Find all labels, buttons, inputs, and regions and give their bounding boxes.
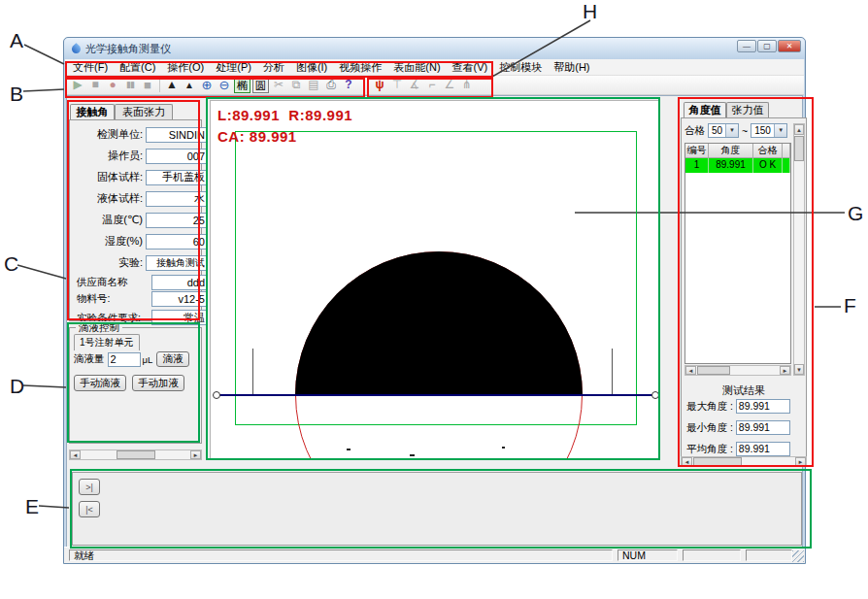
menu-image[interactable]: 图像(I) (290, 59, 333, 76)
baseline[interactable] (217, 394, 655, 396)
left-hscrollbar[interactable]: ◄ ► (69, 449, 202, 460)
experiment-field[interactable] (146, 255, 208, 271)
scroll-right-icon[interactable]: ► (780, 366, 790, 375)
scroll-right-icon[interactable]: ► (190, 450, 201, 459)
humidity-field[interactable] (146, 234, 208, 250)
col-header-qualified[interactable]: 合格 (753, 144, 783, 158)
help-icon[interactable]: ? (340, 77, 357, 93)
tilt-stage-icon-2[interactable]: ∡ (406, 77, 423, 93)
col-header-id[interactable]: 编号 (685, 144, 709, 158)
resize-grip[interactable] (792, 550, 804, 562)
zoom-out-icon[interactable]: ⊖ (216, 77, 233, 93)
fit-ellipse-button[interactable]: 椭 (234, 77, 250, 93)
pause-icon[interactable]: ▮▮ (121, 77, 139, 93)
manual-drop-button[interactable]: 手动滴液 (74, 375, 126, 391)
close-button[interactable]: ✕ (778, 40, 801, 52)
menu-operate[interactable]: 操作(O) (161, 59, 210, 76)
scroll-left-icon[interactable]: ◄ (682, 457, 692, 466)
max-angle-combo[interactable]: 150▼ (751, 123, 787, 138)
bottom-log-panel: >| |< (72, 472, 802, 546)
play-icon[interactable]: ▶ (69, 77, 86, 93)
min-angle-value: 89.991 (736, 420, 790, 435)
menu-file[interactable]: 文件(F) (67, 59, 114, 76)
record-icon[interactable]: ● (104, 77, 121, 93)
supplier-field[interactable] (151, 275, 208, 290)
table-hscrollbar[interactable]: ◄ ► (684, 365, 791, 376)
scroll-thumb[interactable] (117, 450, 155, 459)
tilt-stage-icon-3[interactable]: ⌐ (423, 77, 441, 93)
menu-process[interactable]: 处理(P) (210, 59, 257, 76)
solid-sample-field[interactable] (146, 170, 208, 185)
panel-vscrollbar[interactable]: ▲ ▼ (793, 123, 805, 376)
tilt-stage-icon-5[interactable]: ⋔ (458, 77, 476, 93)
liquid-sample-field[interactable] (146, 191, 208, 207)
material-no-field[interactable] (151, 291, 208, 307)
min-angle-combo[interactable]: 50▼ (708, 123, 739, 138)
field-row: 液体试样: (77, 188, 208, 209)
scroll-left-icon[interactable]: ◄ (70, 450, 81, 459)
chevron-down-icon[interactable]: ▼ (774, 124, 786, 137)
scroll-down-icon[interactable]: ▼ (794, 364, 804, 375)
menu-video[interactable]: 视频操作 (333, 59, 387, 76)
cut-icon[interactable]: ✂ (270, 77, 287, 93)
drop-control-group: 滴液控制 1号注射单元 滴液量 μL 滴液 手动滴液 手动加液 (69, 327, 202, 444)
manual-add-button[interactable]: 手动加液 (132, 375, 184, 391)
print-icon[interactable]: ⎙ (322, 77, 340, 93)
scroll-left-icon[interactable]: ◄ (685, 366, 696, 375)
tab-tension-values[interactable]: 张力值 (726, 102, 769, 117)
field-row: 温度(℃) (77, 210, 208, 230)
stop-icon[interactable]: ■ (86, 77, 104, 93)
menu-control-module[interactable]: 控制模块 (493, 59, 548, 76)
menu-help[interactable]: 帮助(H) (548, 59, 595, 76)
maximize-button[interactable]: ▢ (757, 40, 777, 52)
scroll-thumb[interactable] (697, 366, 730, 375)
frame-icon[interactable]: ■ (139, 77, 156, 93)
menu-analyze[interactable]: 分析 (257, 59, 290, 76)
temperature-field[interactable] (146, 213, 208, 228)
table-header-row: 编号 角度 合格 (685, 144, 790, 158)
dose-pump-icon[interactable]: ψ (371, 77, 388, 93)
condition-field[interactable] (151, 310, 208, 325)
field-row: 检测单位: (77, 124, 208, 145)
tab-contact-angle[interactable]: 接触角 (70, 104, 115, 119)
operator-field[interactable] (146, 149, 208, 164)
toolbar-separator (159, 79, 160, 92)
tab-surface-tension[interactable]: 表面张力 (115, 104, 173, 119)
scroll-thumb[interactable] (693, 457, 742, 466)
go-to-end-button[interactable]: >| (79, 479, 100, 495)
chevron-down-icon[interactable]: ▼ (725, 124, 738, 137)
injection-unit-tab[interactable]: 1号注射单元 (74, 334, 140, 350)
zoom-in-icon[interactable]: ⊕ (198, 77, 216, 93)
annotation-letter-e: E (25, 495, 39, 518)
tab-angle-values[interactable]: 角度值 (684, 102, 726, 117)
menu-surface-energy[interactable]: 表面能(N) (387, 59, 446, 76)
menu-config[interactable]: 配置(C) (114, 59, 161, 76)
status-bar: 就绪 NUM (64, 547, 805, 563)
tilt-stage-icon-4[interactable]: ∠ (441, 77, 458, 93)
table-row[interactable]: 1 89.991 O K (685, 158, 790, 173)
panel-hscrollbar[interactable]: ◄ ► (681, 456, 807, 467)
copy-icon[interactable]: ⧉ (287, 77, 305, 93)
capture-down-icon[interactable]: ▲ (181, 77, 198, 93)
paste-icon[interactable]: ▤ (305, 77, 322, 93)
col-header-angle[interactable]: 角度 (709, 144, 753, 158)
drop-button[interactable]: 滴液 (156, 351, 189, 367)
tilt-stage-icon-1[interactable]: ⊤ (388, 77, 406, 93)
dust-speck (502, 447, 505, 449)
scroll-right-icon[interactable]: ► (795, 457, 806, 466)
go-to-start-button[interactable]: |< (79, 501, 100, 517)
detect-unit-field[interactable] (146, 127, 208, 143)
baseline-handle-right[interactable] (651, 391, 659, 399)
minimize-button[interactable]: — (737, 40, 756, 52)
menu-view[interactable]: 查看(V) (447, 59, 494, 76)
field-label: 操作员: (77, 149, 146, 163)
capture-up-icon[interactable]: ▲ (163, 77, 181, 93)
baseline-handle-left[interactable] (213, 391, 220, 399)
title-bar[interactable]: 光学接触角测量仪 — ▢ ✕ (64, 38, 805, 59)
annotation-letter-c: C (4, 252, 18, 276)
scroll-up-icon[interactable]: ▲ (794, 124, 804, 135)
drop-volume-input[interactable] (108, 352, 141, 367)
fit-circle-button[interactable]: 圆 (252, 77, 269, 93)
dust-speck (410, 454, 415, 456)
scroll-thumb[interactable] (794, 136, 804, 161)
